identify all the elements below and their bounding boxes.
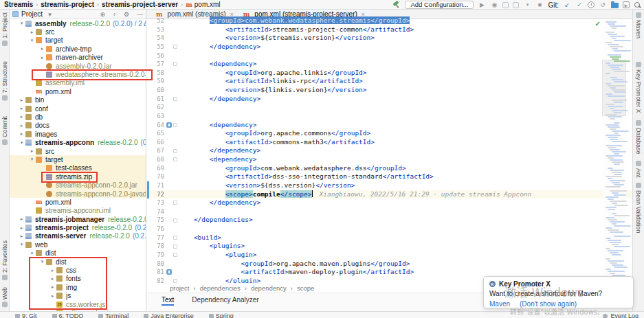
code-line[interactable]: 80 <groupId>org.apache.maven.plugins</gr… — [146, 260, 632, 269]
status-bar-item[interactable]: Java Enterprise — [144, 313, 194, 318]
run-anything-icon[interactable]: ▶ — [623, 1, 630, 8]
code-line[interactable]: 71 <version>${dss.version}</version> — [146, 181, 632, 190]
tree-item[interactable]: ▾web — [10, 240, 146, 249]
collapsed-arrow-icon[interactable]: ▸ — [49, 293, 56, 299]
tool-stripe-button[interactable]: 1: Project — [1, 12, 8, 46]
tree-item[interactable]: ▾dist — [10, 258, 146, 266]
stop-icon[interactable]: ■ — [535, 1, 544, 9]
run-icon[interactable]: ▶ — [478, 1, 486, 9]
collapsed-arrow-icon[interactable]: ▸ — [18, 114, 25, 120]
gutter-icon[interactable] — [166, 269, 172, 275]
tree-item[interactable]: JScss.worker.js — [10, 300, 146, 308]
code-line[interactable]: 56 — [146, 52, 632, 60]
code-line[interactable]: 77 <build> — [146, 234, 632, 242]
collapsed-arrow-icon[interactable]: ▸ — [38, 55, 46, 60]
tree-item[interactable]: ▾dist — [10, 249, 146, 258]
tool-stripe-button[interactable]: Key Promoter X — [635, 62, 642, 113]
editor-view-tab[interactable]: Text — [162, 296, 174, 306]
fold-marker-icon[interactable] — [173, 123, 177, 127]
code-line[interactable]: 62 — [146, 103, 632, 112]
tree-item[interactable]: wedatasphere-streamis-0.2.0-dist.tar.gz — [10, 70, 146, 78]
tool-stripe-button[interactable]: Ant — [635, 161, 642, 178]
coverage-icon[interactable] — [502, 2, 509, 8]
inspections-ok-icon[interactable]: ✓ — [595, 20, 601, 27]
tree-item[interactable]: mpom.xml — [10, 87, 146, 95]
xml-breadcrumb-item[interactable]: scope — [297, 284, 314, 292]
tree-item[interactable]: ▸streamis-jobmanagerrelease-0.2.0(0.2.0)… — [10, 215, 146, 223]
tree-item[interactable]: streamis.zip — [10, 172, 146, 181]
tool-stripe-button[interactable]: 2: Favorites — [1, 240, 8, 280]
fold-marker-icon[interactable] — [173, 45, 177, 49]
xml-breadcrumb-item[interactable]: project — [170, 284, 190, 292]
tree-item[interactable]: assembly.iml — [10, 79, 146, 87]
collapsed-arrow-icon[interactable]: ▸ — [28, 30, 36, 35]
fold-marker-icon[interactable] — [173, 253, 177, 257]
tree-item[interactable]: ▸bin — [10, 96, 146, 104]
fold-marker-icon[interactable] — [173, 236, 177, 240]
fold-marker-icon[interactable] — [173, 218, 177, 223]
code-line[interactable]: 53 <artifactId>streamis-project-common</… — [146, 25, 632, 34]
code-line[interactable]: 61 </dependency> — [146, 95, 632, 104]
code-line[interactable]: 74 — [146, 207, 632, 216]
code-line[interactable]: 68 <dependency> — [146, 155, 632, 164]
code-line[interactable]: 76 — [146, 225, 632, 234]
status-bar-item[interactable]: Spring — [209, 313, 234, 318]
project-panel-title[interactable]: Project — [21, 10, 43, 18]
tool-stripe-button[interactable]: Bean Validation — [635, 183, 642, 233]
expanded-arrow-icon[interactable]: ▾ — [38, 259, 46, 264]
gear-icon[interactable]: ⚙ — [124, 11, 129, 18]
event-log-label[interactable]: Event Log — [610, 313, 639, 318]
xml-breadcrumb-item[interactable]: dependency — [251, 284, 287, 292]
tool-stripe-button[interactable]: Maven — [635, 12, 642, 38]
code-line[interactable]: 55 </dependency> — [146, 43, 632, 52]
fold-marker-icon[interactable] — [173, 62, 177, 66]
collapsed-arrow-icon[interactable]: ▸ — [18, 234, 25, 239]
tree-item[interactable]: ▸streamis-serverrelease-0.2.0(0.2.0) / 2… — [10, 232, 146, 240]
tree-item[interactable]: streamis-appconn-0.2.0.jar — [10, 181, 146, 189]
tool-stripe-button[interactable]: Database — [635, 120, 642, 155]
locate-file-icon[interactable]: ⊕ — [100, 11, 105, 18]
breadcrumb-item[interactable]: streamis-project-server — [102, 1, 178, 8]
code-line[interactable]: 75 </dependencies> — [146, 216, 632, 225]
tree-item[interactable]: ▸js — [10, 292, 146, 300]
expanded-arrow-icon[interactable]: ▾ — [28, 38, 36, 43]
tree-item[interactable]: ▸conf — [10, 104, 146, 113]
build-hammer-icon[interactable] — [392, 1, 401, 9]
tree-item[interactable]: ▾assemblyrelease-0.2.0(0.2.0) / 2 Δ — [10, 19, 146, 27]
code-line[interactable]: 54 <version>${streamis.version}</version… — [146, 34, 632, 43]
collapsed-arrow-icon[interactable]: ▸ — [18, 225, 25, 231]
code-line[interactable]: 63 — [146, 112, 632, 121]
code-line[interactable]: 58 <groupId>org.apache.linkis</groupId> — [146, 69, 632, 78]
tree-item[interactable]: assembly-0.2.0.jar — [10, 62, 146, 70]
code-line[interactable]: 52 <groupId>com.webank.wedatasphere.stre… — [146, 16, 632, 25]
status-bar-item[interactable]: 6: TODO — [52, 313, 84, 318]
tree-item[interactable]: ▾streamis-appconnrelease-0.2.0(0.2.0) / … — [10, 138, 146, 146]
tree-item[interactable]: ▸fonts — [10, 275, 146, 283]
tree-item[interactable]: test-classes — [10, 164, 146, 172]
chevron-down-icon[interactable]: ▾ — [48, 11, 52, 18]
fold-marker-icon[interactable] — [173, 149, 177, 153]
code-line[interactable]: 66 <artifactId>commons-math3</artifactId… — [146, 138, 632, 147]
tree-item[interactable]: ▸img — [10, 283, 146, 291]
expanded-arrow-icon[interactable]: ▾ — [28, 157, 36, 162]
code-editor[interactable]: 52 <groupId>com.webank.wedatasphere.stre… — [146, 16, 632, 288]
tree-item[interactable]: ▸maven-archiver — [10, 54, 146, 62]
fold-marker-icon[interactable] — [173, 97, 177, 101]
tool-stripe-button[interactable]: 7: Structure — [1, 61, 8, 101]
code-line[interactable]: 59 <artifactId>linkis-rpc</artifactId> — [146, 77, 632, 86]
search-everywhere-icon[interactable] — [634, 1, 641, 9]
rollback-icon[interactable]: ↺ — [599, 1, 607, 9]
expanded-arrow-icon[interactable]: ▾ — [18, 21, 25, 26]
gutter-icon[interactable] — [166, 122, 172, 128]
code-line[interactable]: 64 <dependency> — [146, 121, 632, 130]
tree-item[interactable]: ▸docs — [10, 122, 146, 130]
editor-view-tab[interactable]: Dependency Analyzer — [192, 296, 258, 306]
tool-stripe-button[interactable]: Commit — [1, 116, 8, 145]
history-icon[interactable] — [588, 1, 595, 8]
tree-item[interactable]: streamis-appconn-0.2.0-javadoc.jar — [10, 190, 146, 198]
xml-breadcrumb-item[interactable]: dependencies — [200, 284, 241, 292]
debug-icon[interactable]: ◉ — [490, 1, 498, 9]
fold-marker-icon[interactable] — [173, 157, 177, 161]
collapsed-arrow-icon[interactable]: ▸ — [18, 131, 25, 137]
minimap[interactable] — [603, 20, 625, 291]
